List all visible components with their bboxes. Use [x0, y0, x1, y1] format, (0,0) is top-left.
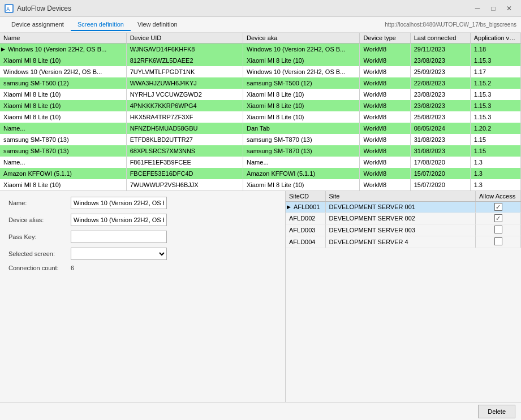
allow-access-checkbox[interactable] — [494, 226, 502, 233]
cell-name: samsung SM-T500 (12) — [0, 77, 126, 89]
tab-device-assignment[interactable]: Device assignment — [5, 19, 71, 31]
cell-type: WorkM8 — [360, 66, 410, 77]
tab-screen-definition[interactable]: Screen definition — [71, 19, 131, 31]
name-input[interactable] — [71, 197, 167, 209]
site-row[interactable]: AFLD003DEVELOPMENT SERVER 003 — [286, 224, 521, 236]
alias-input[interactable] — [71, 214, 167, 226]
app-icon: A — [5, 4, 14, 13]
name-label: Name: — [8, 200, 71, 206]
cell-last: 25/09/2023 — [410, 66, 470, 77]
cell-last: 15/07/2020 — [410, 168, 470, 179]
cell-name: samsung SM-T870 (13) — [0, 134, 126, 145]
allow-access-checkbox[interactable] — [494, 203, 502, 211]
device-table-body: ▶Windows 10 (Version 22H2, OS B...WJNGAV… — [0, 44, 521, 190]
cell-type: WorkM8 — [360, 55, 410, 66]
cell-uid: 7UYLVMTLFPGDT1NK — [126, 66, 243, 77]
cell-ver: 1.3 — [470, 157, 520, 168]
table-row[interactable]: Xiaomi MI 8 Lite (10)812RFK6WZL5DAEE2Xia… — [0, 55, 521, 66]
cell-uid: NFNZDH5MUAD58GBU — [126, 123, 243, 134]
col-header-aka: Device aka — [243, 33, 360, 44]
cell-name: Amazon KFFOWI (5.1.1) — [0, 168, 126, 179]
form-row-count: Connection count: 6 — [8, 265, 277, 271]
col-header-uid: Device UID — [126, 33, 243, 44]
cell-last: 15/07/2020 — [410, 179, 470, 190]
table-row[interactable]: Xiaomi MI 8 Lite (10)NYRHLJ VCCUWZGWD2Xi… — [0, 89, 521, 100]
table-row[interactable]: Amazon KFFOWI (5.1.1)FBCEFE53E16DFC4DAma… — [0, 168, 521, 179]
cell-ver: 1.3 — [470, 168, 520, 179]
cell-last: 31/08/2023 — [410, 134, 470, 145]
site-cell-access[interactable] — [476, 236, 521, 248]
site-cell-access[interactable] — [476, 213, 521, 224]
table-row[interactable]: Xiaomi MI 8 Lite (10)HKX5RA4TRP7ZF3XFXia… — [0, 111, 521, 123]
cell-last: 23/08/2023 — [410, 100, 470, 111]
cell-uid: ETFD8KLBD2UTTR27 — [126, 134, 243, 145]
cell-uid: NYRHLJ VCCUWZGWD2 — [126, 89, 243, 100]
device-table: Name Device UID Device aka Device type L… — [0, 33, 521, 190]
cell-ver: 1.15 — [470, 134, 520, 145]
site-row[interactable]: AFLD002DEVELOPMENT SERVER 002 — [286, 213, 521, 224]
menu-tabs: Device assignment Screen definition View… — [5, 19, 184, 31]
maximize-button[interactable]: □ — [486, 2, 501, 15]
screen-select[interactable] — [71, 248, 167, 260]
url-display: http://localhost:8480/AUTOFLOW_17/bs_big… — [385, 21, 516, 28]
table-row[interactable]: Xiaomi MI 8 Lite (10)7WUWWUP2VSH6BJJXXia… — [0, 179, 521, 190]
site-row[interactable]: AFLD004DEVELOPMENT SERVER 4 — [286, 236, 521, 248]
cell-type: WorkM8 — [360, 168, 410, 179]
cell-ver: 1.15.3 — [470, 55, 520, 66]
main-content: Name Device UID Device aka Device type L… — [0, 33, 521, 420]
table-row[interactable]: Name...F861FE1EF3B9FCEEName...WorkM817/0… — [0, 157, 521, 168]
cell-name: samsung SM-T870 (13) — [0, 145, 126, 157]
table-wrapper[interactable]: Name Device UID Device aka Device type L… — [0, 33, 521, 190]
table-row[interactable]: samsung SM-T500 (12)WWA3HJZUWH6J4KYJsams… — [0, 77, 521, 89]
site-cell-access[interactable] — [476, 224, 521, 236]
cell-uid: 7WUWWUP2VSH6BJJX — [126, 179, 243, 190]
cell-name: Xiaomi MI 8 Lite (10) — [0, 55, 126, 66]
table-row[interactable]: ▶Windows 10 (Version 22H2, OS B...WJNGAV… — [0, 44, 521, 55]
cell-type: WorkM8 — [360, 89, 410, 100]
cell-type: WorkM8 — [360, 179, 410, 190]
allow-access-checkbox[interactable] — [494, 237, 502, 245]
cell-aka: Amazon KFFOWI (5.1.1) — [243, 168, 360, 179]
site-cell-name: DEVELOPMENT SERVER 001 — [325, 201, 476, 213]
cell-name: Xiaomi MI 8 Lite (10) — [0, 111, 126, 123]
site-cell-access[interactable] — [476, 201, 521, 213]
passkey-input[interactable] — [71, 231, 167, 243]
menu-bar: Device assignment Screen definition View… — [0, 17, 521, 33]
cell-aka: Xiaomi MI 8 Lite (10) — [243, 55, 360, 66]
cell-type: WorkM8 — [360, 77, 410, 89]
site-cell-id: AFLD004 — [286, 236, 325, 248]
cell-name: Name... — [0, 123, 126, 134]
count-label: Connection count: — [8, 265, 71, 271]
cell-type: WorkM8 — [360, 44, 410, 55]
site-row-arrow-icon: ▶ — [287, 204, 291, 210]
cell-last: 08/05/2024 — [410, 123, 470, 134]
table-header-row: Name Device UID Device aka Device type L… — [0, 33, 521, 44]
form-row-passkey: Pass Key: — [8, 231, 277, 243]
footer-bar: Delete — [0, 402, 521, 420]
cell-last: 23/08/2023 — [410, 55, 470, 66]
minimize-button[interactable]: ─ — [470, 2, 485, 15]
site-col-id: SiteCD — [286, 191, 325, 202]
cell-ver: 1.18 — [470, 44, 520, 55]
allow-access-checkbox[interactable] — [494, 214, 502, 222]
cell-ver: 1.15.3 — [470, 111, 520, 123]
table-row[interactable]: samsung SM-T870 (13)ETFD8KLBD2UTTR27sams… — [0, 134, 521, 145]
table-row[interactable]: samsung SM-T870 (13)68XPLSRCS7XM3NNSsams… — [0, 145, 521, 157]
form-row-name: Name: — [8, 197, 277, 209]
bottom-section: Name: Device alias: Pass Key: Selected s… — [0, 191, 521, 402]
table-row[interactable]: Name...NFNZDH5MUAD58GBUDan TabWorkM808/0… — [0, 123, 521, 134]
cell-aka: Xiaomi MI 8 Lite (10) — [243, 179, 360, 190]
tab-view-definition[interactable]: View definition — [131, 19, 184, 31]
table-row[interactable]: Xiaomi MI 8 Lite (10)4PNKKK7KKRP6WPG4Xia… — [0, 100, 521, 111]
cell-name: Xiaomi MI 8 Lite (10) — [0, 100, 126, 111]
delete-button[interactable]: Delete — [478, 405, 515, 418]
cell-last: 23/08/2023 — [410, 89, 470, 100]
table-row[interactable]: Windows 10 (Version 22H2, OS B...7UYLVMT… — [0, 66, 521, 77]
form-row-screen: Selected screen: — [8, 248, 277, 260]
cell-name: Windows 10 (Version 22H2, OS B... — [0, 66, 126, 77]
cell-aka: Xiaomi MI 8 Lite (10) — [243, 100, 360, 111]
cell-aka: samsung SM-T870 (13) — [243, 145, 360, 157]
site-row[interactable]: ▶AFLD001DEVELOPMENT SERVER 001 — [286, 201, 521, 213]
close-button[interactable]: ✕ — [502, 2, 516, 15]
col-header-last: Last connected — [410, 33, 470, 44]
